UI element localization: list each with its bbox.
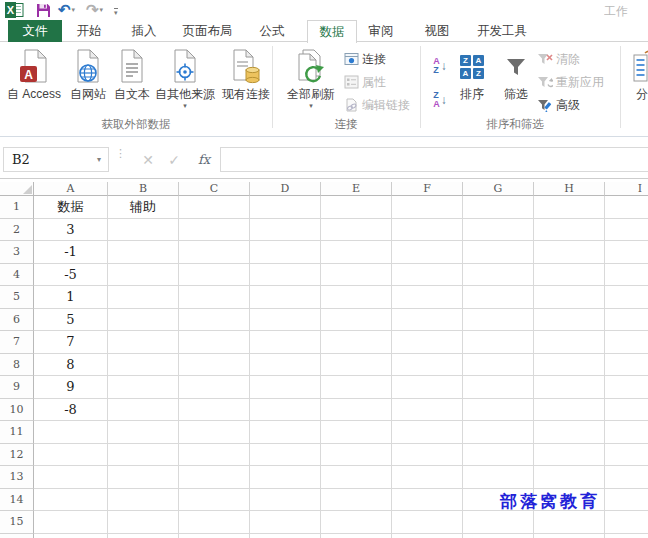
from-other-sources-button[interactable]: 自其他来源 ▾ [154, 46, 216, 122]
cell-A13[interactable] [34, 466, 108, 489]
cell-D15[interactable] [250, 511, 321, 534]
cell-I10[interactable] [605, 399, 648, 422]
cell-F13[interactable] [392, 466, 463, 489]
cell-A5[interactable]: 1 [34, 286, 108, 309]
insert-function-button[interactable]: fx [192, 147, 216, 172]
row-header-16[interactable]: 16 [0, 534, 34, 538]
cell-D9[interactable] [250, 376, 321, 399]
cell-D6[interactable] [250, 309, 321, 332]
row-header-2[interactable]: 2 [0, 219, 34, 242]
undo-dropdown-caret[interactable]: ▾ [72, 6, 76, 14]
cell-D5[interactable] [250, 286, 321, 309]
cell-E10[interactable] [321, 399, 392, 422]
tab-file[interactable]: 文件 [8, 20, 62, 42]
cell-F3[interactable] [392, 241, 463, 264]
row-header-9[interactable]: 9 [0, 376, 34, 399]
cell-H10[interactable] [534, 399, 605, 422]
cell-B7[interactable] [108, 331, 179, 354]
row-header-4[interactable]: 4 [0, 264, 34, 287]
cell-E4[interactable] [321, 264, 392, 287]
cell-D11[interactable] [250, 421, 321, 444]
cell-H3[interactable] [534, 241, 605, 264]
cell-E11[interactable] [321, 421, 392, 444]
cell-D3[interactable] [250, 241, 321, 264]
cell-I15[interactable] [605, 511, 648, 534]
cell-I2[interactable] [605, 219, 648, 242]
cell-H1[interactable] [534, 196, 605, 219]
cell-E1[interactable] [321, 196, 392, 219]
cell-E15[interactable] [321, 511, 392, 534]
name-box[interactable]: B2 ▾ [3, 147, 109, 172]
cell-G4[interactable] [463, 264, 534, 287]
from-web-button[interactable]: 自网站 [66, 46, 110, 122]
cell-D14[interactable] [250, 489, 321, 512]
cell-I12[interactable] [605, 444, 648, 467]
cell-G8[interactable] [463, 354, 534, 377]
cell-G15[interactable] [463, 511, 534, 534]
cell-C16[interactable] [179, 534, 250, 538]
cell-B14[interactable] [108, 489, 179, 512]
cell-G3[interactable] [463, 241, 534, 264]
cell-G5[interactable] [463, 286, 534, 309]
cell-D1[interactable] [250, 196, 321, 219]
cell-A12[interactable] [34, 444, 108, 467]
cell-I7[interactable] [605, 331, 648, 354]
cell-C3[interactable] [179, 241, 250, 264]
cell-C12[interactable] [179, 444, 250, 467]
cell-C14[interactable] [179, 489, 250, 512]
cell-G2[interactable] [463, 219, 534, 242]
tab-insert[interactable]: 插入 [130, 20, 158, 42]
cell-B9[interactable] [108, 376, 179, 399]
refresh-all-button[interactable]: 全部刷新 ▾ [280, 46, 342, 122]
tab-data[interactable]: 数据 [307, 20, 357, 43]
cell-B11[interactable] [108, 421, 179, 444]
cell-C15[interactable] [179, 511, 250, 534]
cell-I4[interactable] [605, 264, 648, 287]
cell-B16[interactable] [108, 534, 179, 538]
row-header-13[interactable]: 13 [0, 466, 34, 489]
cell-I16[interactable] [605, 534, 648, 538]
sort-ascending-button[interactable]: AZ ↓ [427, 52, 453, 80]
row-header-6[interactable]: 6 [0, 309, 34, 332]
cell-D7[interactable] [250, 331, 321, 354]
cell-E2[interactable] [321, 219, 392, 242]
row-header-14[interactable]: 14 [0, 489, 34, 512]
cell-F8[interactable] [392, 354, 463, 377]
cell-H12[interactable] [534, 444, 605, 467]
cell-F12[interactable] [392, 444, 463, 467]
tab-view[interactable]: 视图 [423, 20, 451, 42]
cell-G12[interactable] [463, 444, 534, 467]
cell-G1[interactable] [463, 196, 534, 219]
cell-B2[interactable] [108, 219, 179, 242]
existing-connections-button[interactable]: 现有连接 [220, 46, 272, 122]
cell-B12[interactable] [108, 444, 179, 467]
cell-H15[interactable] [534, 511, 605, 534]
cell-C6[interactable] [179, 309, 250, 332]
cell-D8[interactable] [250, 354, 321, 377]
cell-G13[interactable] [463, 466, 534, 489]
cell-I3[interactable] [605, 241, 648, 264]
formula-input[interactable] [220, 147, 648, 172]
cell-D10[interactable] [250, 399, 321, 422]
cell-B10[interactable] [108, 399, 179, 422]
col-header-I[interactable]: I [605, 182, 648, 196]
cell-H6[interactable] [534, 309, 605, 332]
cell-B1[interactable]: 辅助 [108, 196, 179, 219]
redo-button[interactable]: ↷ ▾ [86, 1, 103, 19]
cell-I8[interactable] [605, 354, 648, 377]
cell-E12[interactable] [321, 444, 392, 467]
row-header-7[interactable]: 7 [0, 331, 34, 354]
cell-I9[interactable] [605, 376, 648, 399]
row-header-15[interactable]: 15 [0, 511, 34, 534]
cell-H11[interactable] [534, 421, 605, 444]
cell-H16[interactable] [534, 534, 605, 538]
cell-F2[interactable] [392, 219, 463, 242]
tab-home[interactable]: 开始 [75, 20, 103, 42]
cell-G11[interactable] [463, 421, 534, 444]
connections-button[interactable]: 连接 [344, 50, 386, 68]
sort-descending-button[interactable]: ZA ↓ [427, 86, 453, 114]
cell-H2[interactable] [534, 219, 605, 242]
cell-A9[interactable]: 9 [34, 376, 108, 399]
col-header-H[interactable]: H [534, 182, 605, 196]
tab-formulas[interactable]: 公式 [258, 20, 286, 42]
